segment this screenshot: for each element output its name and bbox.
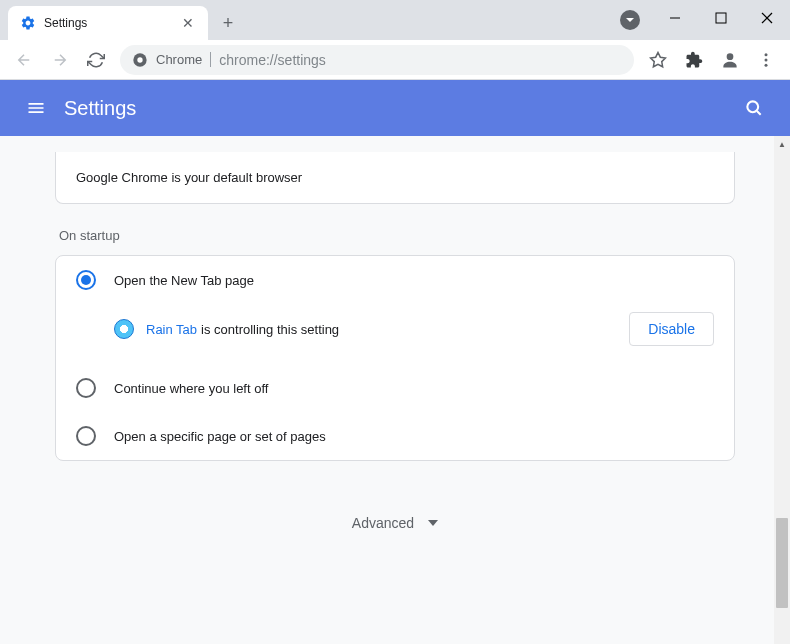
scroll-thumb[interactable]	[776, 518, 788, 608]
scrollbar[interactable]: ▲	[774, 136, 790, 644]
svg-rect-1	[716, 13, 726, 23]
svg-point-7	[727, 53, 734, 60]
svg-point-8	[765, 53, 768, 56]
window-titlebar: Settings ✕ +	[0, 0, 790, 40]
tab-title: Settings	[44, 16, 180, 30]
svg-line-12	[757, 111, 761, 115]
startup-option-continue[interactable]: Continue where you left off	[56, 364, 734, 412]
svg-point-11	[747, 101, 758, 112]
settings-gear-icon	[20, 15, 36, 31]
on-startup-label: On startup	[59, 228, 735, 243]
rain-tab-icon	[114, 319, 134, 339]
radio-icon[interactable]	[76, 378, 96, 398]
extensions-puzzle-icon[interactable]	[678, 44, 710, 76]
startup-option-specific[interactable]: Open a specific page or set of pages	[56, 412, 734, 460]
svg-marker-6	[651, 52, 666, 66]
menu-dots-icon[interactable]	[750, 44, 782, 76]
browser-toolbar: Chrome chrome://settings	[0, 40, 790, 80]
extension-suffix: is controlling this setting	[201, 322, 629, 337]
advanced-label: Advanced	[352, 515, 414, 531]
settings-header: Settings	[0, 80, 790, 136]
window-controls	[652, 0, 790, 36]
svg-point-9	[765, 58, 768, 61]
scroll-up-icon[interactable]: ▲	[774, 136, 790, 152]
default-browser-card: Google Chrome is your default browser	[55, 152, 735, 204]
svg-point-5	[137, 57, 142, 62]
advanced-toggle[interactable]: Advanced	[352, 515, 438, 531]
security-chip: Chrome	[156, 52, 211, 67]
settings-content: Google Chrome is your default browser On…	[0, 136, 790, 644]
forward-button[interactable]	[44, 44, 76, 76]
profile-avatar-icon[interactable]	[714, 44, 746, 76]
chevron-down-icon	[428, 520, 438, 526]
search-icon[interactable]	[734, 88, 774, 128]
maximize-button[interactable]	[698, 0, 744, 36]
radio-label: Open a specific page or set of pages	[114, 429, 326, 444]
hamburger-menu-icon[interactable]	[16, 88, 56, 128]
browser-tab[interactable]: Settings ✕	[8, 6, 208, 40]
back-button[interactable]	[8, 44, 40, 76]
startup-card: Open the New Tab page Rain Tab is contro…	[55, 255, 735, 461]
extension-link[interactable]: Rain Tab	[146, 322, 197, 337]
new-tab-button[interactable]: +	[214, 9, 242, 37]
close-window-button[interactable]	[744, 0, 790, 36]
extension-notice: Rain Tab is controlling this setting Dis…	[56, 304, 734, 364]
radio-label: Continue where you left off	[114, 381, 268, 396]
page-title: Settings	[64, 97, 734, 120]
chrome-icon	[132, 52, 148, 68]
startup-option-newtab[interactable]: Open the New Tab page	[56, 256, 734, 304]
advanced-section: Advanced	[55, 485, 735, 571]
bookmark-star-icon[interactable]	[642, 44, 674, 76]
radio-selected-icon[interactable]	[76, 270, 96, 290]
svg-point-10	[765, 63, 768, 66]
url-text: chrome://settings	[219, 52, 326, 68]
default-browser-text: Google Chrome is your default browser	[56, 152, 734, 203]
reload-button[interactable]	[80, 44, 112, 76]
disable-button[interactable]: Disable	[629, 312, 714, 346]
radio-label: Open the New Tab page	[114, 273, 254, 288]
address-bar[interactable]: Chrome chrome://settings	[120, 45, 634, 75]
close-tab-icon[interactable]: ✕	[180, 15, 196, 31]
minimize-button[interactable]	[652, 0, 698, 36]
radio-icon[interactable]	[76, 426, 96, 446]
profile-badge-icon[interactable]	[620, 10, 640, 30]
